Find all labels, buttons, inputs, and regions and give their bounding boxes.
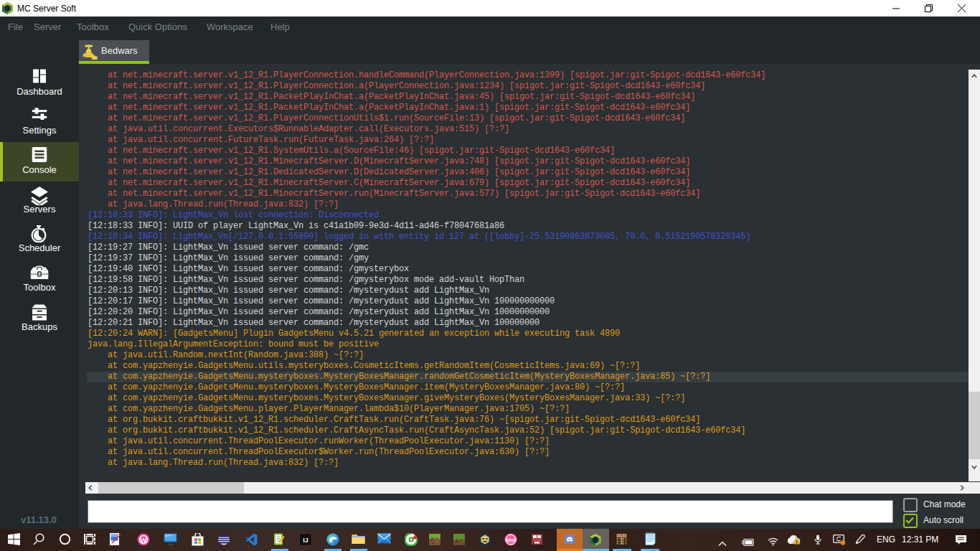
svg-text:W: W xyxy=(141,537,147,544)
svg-text:IJ: IJ xyxy=(303,537,308,544)
svg-text:osu!: osu! xyxy=(506,537,516,542)
